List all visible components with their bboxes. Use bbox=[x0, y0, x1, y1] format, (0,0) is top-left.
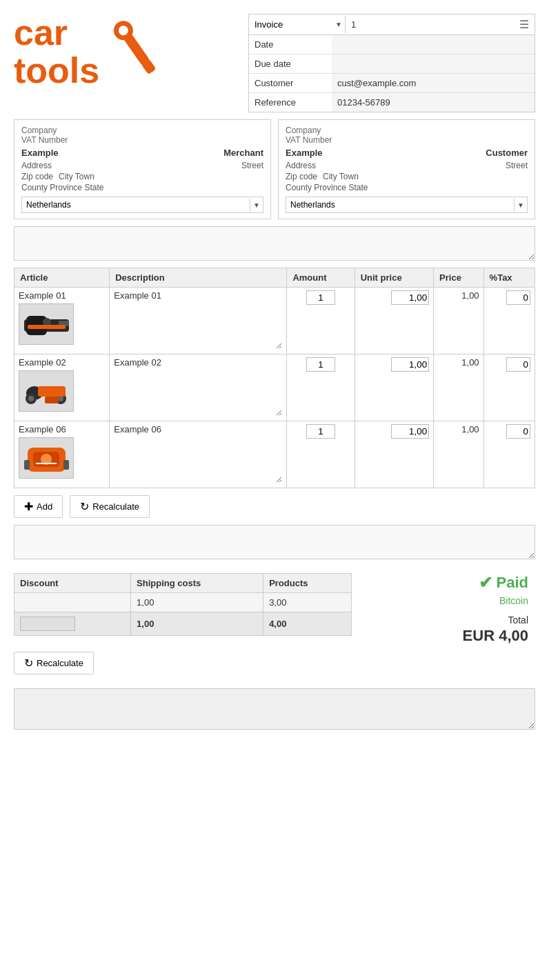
svg-rect-16 bbox=[45, 397, 59, 403]
recalc-row: ↻ Recalculate bbox=[14, 652, 535, 674]
invoice-type-select-wrap[interactable]: Invoice Quote Credit ▼ bbox=[249, 16, 346, 33]
footer-notes-textarea[interactable] bbox=[14, 525, 535, 559]
customer-name2: Customer bbox=[486, 148, 528, 158]
totals-recalculate-label: Recalculate bbox=[37, 658, 83, 668]
invoice-type-arrow-icon: ▼ bbox=[332, 17, 345, 32]
invoice-type-row: Invoice Quote Credit ▼ 1 ☰ bbox=[249, 14, 535, 35]
item-desc-textarea-1[interactable] bbox=[114, 301, 282, 349]
add-icon: ✚ bbox=[24, 500, 33, 513]
payment-method-label: Bitcoin bbox=[499, 595, 528, 606]
item-amount-cell-1[interactable] bbox=[287, 288, 355, 354]
col-description: Description bbox=[110, 268, 287, 288]
item-unit-price-cell-3[interactable] bbox=[355, 421, 433, 488]
item-price-value-3: 1,00 bbox=[461, 424, 479, 434]
items-section: Article Description Amount Unit price Pr… bbox=[14, 268, 535, 488]
item-article-name: Example 06 bbox=[19, 424, 105, 434]
svg-rect-15 bbox=[38, 386, 66, 397]
item-desc-cell-1: Example 01 bbox=[110, 288, 287, 354]
date-input[interactable] bbox=[337, 39, 529, 50]
item-unit-price-cell-1[interactable] bbox=[355, 288, 433, 354]
item-price-value-1: 1,00 bbox=[461, 290, 479, 301]
notes-area bbox=[14, 226, 535, 261]
add-button-label: Add bbox=[37, 501, 52, 512]
item-desc-textarea-2[interactable] bbox=[114, 368, 282, 416]
item-tax-cell-3[interactable] bbox=[483, 421, 535, 488]
date-field[interactable] bbox=[332, 35, 535, 54]
reference-row: Reference 01234-56789 bbox=[249, 93, 535, 112]
items-table: Article Description Amount Unit price Pr… bbox=[14, 268, 535, 488]
item-article-cell: Example 01 bbox=[14, 288, 110, 354]
totals-recalculate-button[interactable]: ↻ Recalculate bbox=[14, 652, 94, 674]
logo-wrench-icon bbox=[106, 19, 168, 83]
logo-text: cartools bbox=[14, 14, 99, 89]
item-amount-input-3[interactable] bbox=[306, 424, 335, 439]
customer-zip-label: Zip code bbox=[286, 172, 317, 181]
discount-input-cell[interactable] bbox=[14, 612, 131, 636]
item-unit-price-input-1[interactable] bbox=[391, 290, 429, 305]
table-row: Example 06 Example 06 bbox=[14, 421, 535, 488]
due-date-field[interactable] bbox=[332, 54, 535, 73]
item-tax-cell-2[interactable] bbox=[483, 354, 535, 421]
item-price-cell-3: 1,00 bbox=[434, 421, 484, 488]
item-image-3 bbox=[19, 437, 74, 479]
merchant-city-value: City Town bbox=[59, 172, 94, 181]
logo-area: cartools bbox=[14, 14, 234, 89]
item-tax-input-2[interactable] bbox=[506, 357, 530, 372]
recalculate-button[interactable]: ↻ Recalculate bbox=[70, 495, 150, 518]
header: cartools Invoice Quote bbox=[0, 0, 549, 119]
item-amount-cell-3[interactable] bbox=[287, 421, 355, 488]
add-button[interactable]: ✚ Add bbox=[14, 495, 63, 518]
merchant-country-arrow-icon: ▼ bbox=[250, 199, 263, 212]
item-amount-input-2[interactable] bbox=[306, 357, 335, 372]
date-row: Date bbox=[249, 35, 535, 54]
item-amount-cell-2[interactable] bbox=[287, 354, 355, 421]
recalculate-icon: ↻ bbox=[80, 500, 89, 513]
item-desc-name-1: Example 01 bbox=[114, 290, 282, 301]
totals-right: ✔ Paid Bitcoin Total EUR 4,00 bbox=[366, 573, 535, 645]
reference-value: 01234-56789 bbox=[337, 97, 390, 108]
svg-point-14 bbox=[58, 396, 63, 401]
col-shipping: Shipping costs bbox=[131, 574, 263, 593]
col-article: Article bbox=[14, 268, 110, 288]
paid-check-icon: ✔ bbox=[479, 573, 492, 592]
discount-input[interactable] bbox=[20, 617, 75, 631]
merchant-country-select[interactable]: Netherlands Germany Belgium France bbox=[22, 197, 250, 212]
item-tax-input-3[interactable] bbox=[506, 424, 530, 439]
notes-textarea[interactable] bbox=[14, 226, 535, 261]
customer-street: Street bbox=[506, 161, 528, 170]
bottom-notes-area bbox=[14, 688, 535, 730]
item-amount-input-1[interactable] bbox=[306, 290, 335, 305]
item-tax-input-1[interactable] bbox=[506, 290, 530, 305]
customer-company-label: Company bbox=[286, 126, 528, 135]
invoice-form: Invoice Quote Credit ▼ 1 ☰ Date Due date bbox=[248, 14, 535, 112]
item-desc-cell-3: Example 06 bbox=[110, 421, 287, 488]
merchant-country-select-wrap[interactable]: Netherlands Germany Belgium France ▼ bbox=[21, 197, 263, 213]
item-price-cell-2: 1,00 bbox=[434, 354, 484, 421]
customer-county-value: County Province State bbox=[286, 183, 368, 192]
due-date-input[interactable] bbox=[337, 59, 529, 69]
customer-vat-label: VAT Number bbox=[286, 135, 528, 145]
shipping-value-1: 1,00 bbox=[131, 593, 263, 612]
item-desc-textarea-3[interactable] bbox=[114, 434, 282, 483]
merchant-street: Street bbox=[241, 161, 263, 170]
svg-point-12 bbox=[28, 396, 34, 401]
item-tax-cell-1[interactable] bbox=[483, 288, 535, 354]
merchant-name-row: Example Merchant bbox=[21, 148, 263, 158]
svg-rect-8 bbox=[28, 325, 66, 329]
customer-country-select[interactable]: Netherlands Germany Belgium France bbox=[286, 197, 514, 212]
customer-country-arrow-icon: ▼ bbox=[514, 199, 527, 212]
item-unit-price-input-2[interactable] bbox=[391, 357, 429, 372]
invoice-list-icon[interactable]: ☰ bbox=[519, 18, 529, 31]
invoice-type-select[interactable]: Invoice Quote Credit bbox=[249, 16, 332, 33]
customer-city-value: City Town bbox=[323, 172, 359, 181]
item-unit-price-cell-2[interactable] bbox=[355, 354, 433, 421]
item-unit-price-input-3[interactable] bbox=[391, 424, 429, 439]
due-date-row: Due date bbox=[249, 54, 535, 74]
recalculate-button-label: Recalculate bbox=[92, 501, 139, 512]
bottom-notes-textarea[interactable] bbox=[14, 688, 535, 730]
merchant-zip-label: Zip code bbox=[21, 172, 53, 181]
merchant-vat-label: VAT Number bbox=[21, 135, 263, 145]
item-desc-name-3: Example 06 bbox=[114, 424, 282, 434]
customer-country-select-wrap[interactable]: Netherlands Germany Belgium France ▼ bbox=[286, 197, 528, 213]
customer-address-box: Company VAT Number Example Customer Addr… bbox=[278, 119, 535, 219]
